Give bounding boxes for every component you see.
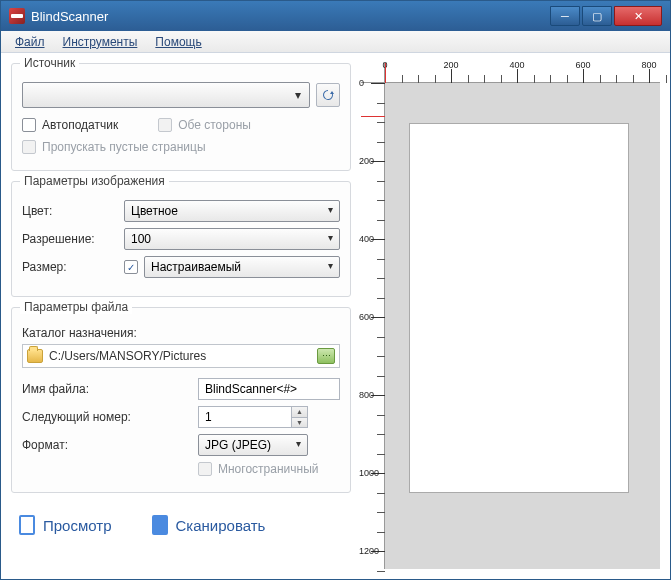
- autofeeder-label: Автоподатчик: [42, 118, 118, 132]
- ruler-origin: [361, 63, 385, 83]
- folder-icon: [27, 349, 43, 363]
- left-pane: Источник Автоподатчик Обе стороны: [11, 63, 351, 569]
- dest-path-box: C:/Users/MANSORY/Pictures ⋯: [22, 344, 340, 368]
- menu-help[interactable]: Помощь: [147, 33, 209, 51]
- multipage-checkbox: [198, 462, 212, 476]
- minimize-button[interactable]: ─: [550, 6, 580, 26]
- window-controls: ─ ▢ ✕: [548, 6, 662, 26]
- skip-blank-label: Пропускать пустые страницы: [42, 140, 206, 154]
- format-label: Формат:: [22, 438, 192, 452]
- file-group-title: Параметры файла: [20, 300, 132, 314]
- image-params-group: Параметры изображения Цвет: Цветное Разр…: [11, 181, 351, 297]
- menubar: Файл Инструменты Помощь: [1, 31, 670, 53]
- refresh-sources-button[interactable]: [316, 83, 340, 107]
- source-group-title: Источник: [20, 56, 79, 70]
- autofeeder-checkbox[interactable]: [22, 118, 36, 132]
- nextnum-input[interactable]: 1 ▲▼: [198, 406, 308, 428]
- scan-button[interactable]: Сканировать: [152, 515, 266, 535]
- dest-path: C:/Users/MANSORY/Pictures: [49, 349, 311, 363]
- app-window: BlindScanner ─ ▢ ✕ Файл Инструменты Помо…: [0, 0, 671, 580]
- titlebar: BlindScanner ─ ▢ ✕: [1, 1, 670, 31]
- file-params-group: Параметры файла Каталог назначения: C:/U…: [11, 307, 351, 493]
- preview-icon: [19, 515, 35, 535]
- source-group: Источник Автоподатчик Обе стороны: [11, 63, 351, 171]
- duplex-label: Обе стороны: [178, 118, 251, 132]
- menu-file[interactable]: Файл: [7, 33, 53, 51]
- canvas-area[interactable]: [385, 83, 660, 569]
- horizontal-ruler: 0200400600800: [385, 63, 660, 83]
- vertical-ruler: 020040060080010001200: [361, 83, 385, 569]
- format-select[interactable]: JPG (JPEG): [198, 434, 308, 456]
- filename-label: Имя файла:: [22, 382, 192, 396]
- preview-pane: 0200400600800 020040060080010001200: [361, 63, 660, 569]
- v-position-marker: [361, 116, 385, 117]
- scan-page[interactable]: [409, 123, 629, 493]
- refresh-icon: [321, 88, 335, 102]
- multipage-label: Многостраничный: [218, 462, 318, 476]
- resolution-select[interactable]: 100: [124, 228, 340, 250]
- size-select[interactable]: Настраиваемый: [144, 256, 340, 278]
- window-title: BlindScanner: [31, 9, 548, 24]
- scan-icon: [152, 515, 168, 535]
- action-row: Просмотр Сканировать: [11, 503, 351, 539]
- content-area: Источник Автоподатчик Обе стороны: [1, 53, 670, 579]
- size-label: Размер:: [22, 260, 118, 274]
- nextnum-label: Следующий номер:: [22, 410, 192, 424]
- filename-input[interactable]: BlindScanner<#>: [198, 378, 340, 400]
- close-button[interactable]: ✕: [614, 6, 662, 26]
- skip-blank-checkbox: [22, 140, 36, 154]
- duplex-checkbox: [158, 118, 172, 132]
- size-custom-checkbox[interactable]: [124, 260, 138, 274]
- color-label: Цвет:: [22, 204, 118, 218]
- app-icon: [9, 8, 25, 24]
- menu-tools[interactable]: Инструменты: [55, 33, 146, 51]
- color-select[interactable]: Цветное: [124, 200, 340, 222]
- browse-button[interactable]: ⋯: [317, 348, 335, 364]
- h-position-marker: [385, 63, 386, 83]
- spin-buttons[interactable]: ▲▼: [291, 407, 307, 427]
- source-select[interactable]: [22, 82, 310, 108]
- image-group-title: Параметры изображения: [20, 174, 169, 188]
- preview-button[interactable]: Просмотр: [19, 515, 112, 535]
- resolution-label: Разрешение:: [22, 232, 118, 246]
- dest-label: Каталог назначения:: [22, 326, 340, 340]
- maximize-button[interactable]: ▢: [582, 6, 612, 26]
